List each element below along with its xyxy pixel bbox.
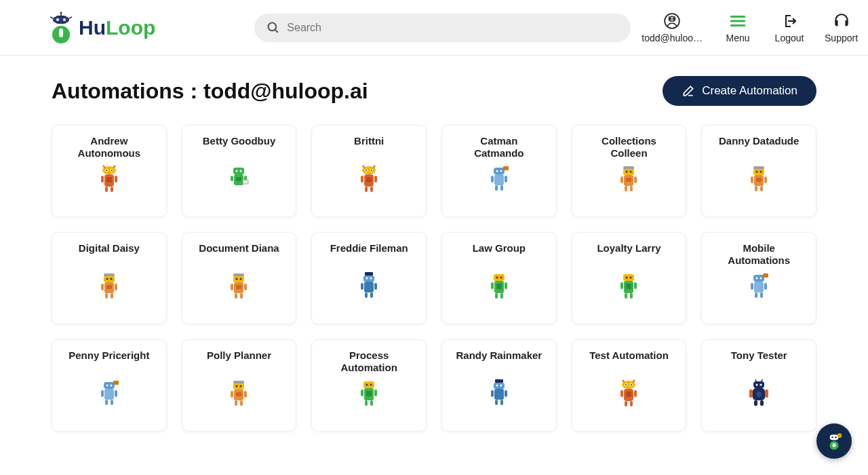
search-container	[254, 14, 631, 42]
user-menu[interactable]: todd@huloo…	[642, 12, 703, 43]
automation-card[interactable]: Collections Colleen	[572, 125, 687, 217]
automation-card[interactable]: Polly Planner	[182, 339, 297, 432]
svg-point-26	[838, 435, 839, 436]
automation-card-title: Document Diana	[199, 242, 279, 267]
robot-icon	[97, 272, 121, 301]
svg-point-11	[269, 22, 277, 31]
robot-icon	[357, 165, 381, 193]
automation-card[interactable]: Tony Tester	[701, 339, 816, 432]
robot-icon	[357, 379, 381, 408]
svg-line-9	[50, 17, 53, 18]
brand-text-loop: Loop	[106, 16, 155, 39]
app-header: HuLoop todd@huloo…	[0, 0, 868, 56]
logout-icon	[781, 13, 797, 29]
automation-card[interactable]: Betty Goodbuy	[182, 125, 297, 217]
automation-card-title: Randy Rainmaker	[456, 349, 542, 374]
brand-logo[interactable]: HuLoop	[47, 12, 155, 44]
svg-rect-21	[833, 443, 836, 447]
automation-card-title: Catman Catmando	[474, 135, 524, 159]
automation-card-title: Polly Planner	[207, 349, 271, 374]
automation-card[interactable]: Catman Catmando	[441, 125, 557, 217]
automation-card[interactable]: Loyalty Larry	[572, 232, 687, 324]
automation-card-title: Brittni	[354, 135, 384, 159]
search-box[interactable]	[254, 14, 631, 42]
automation-card-title: Danny Datadude	[719, 135, 799, 159]
automation-card-title: Loyalty Larry	[597, 242, 660, 267]
create-automation-label: Create Automation	[702, 84, 797, 98]
automation-grid: Andrew AutonomousBetty GoodbuyBrittniCat…	[52, 125, 816, 432]
automation-card-title: Process Automation	[341, 349, 397, 374]
automation-card-title: Test Automation	[589, 349, 669, 374]
robot-icon	[487, 272, 511, 301]
svg-point-8	[60, 12, 62, 14]
robot-icon	[616, 165, 641, 193]
svg-point-2	[59, 28, 63, 33]
support-label: Support	[825, 33, 858, 43]
automation-card[interactable]: Andrew Autonomous	[52, 125, 167, 217]
automation-card[interactable]: Process Automation	[311, 339, 427, 432]
page-header-row: Automations : todd@huloop.ai Create Auto…	[52, 76, 816, 106]
user-label: todd@huloo…	[642, 33, 703, 43]
automation-card-title: Digital Daisy	[79, 242, 140, 267]
robot-icon	[226, 379, 251, 408]
robot-icon	[747, 165, 771, 193]
automation-card[interactable]: Test Automation	[572, 339, 687, 432]
menu-label: Menu	[726, 33, 750, 43]
automation-card[interactable]: Document Diana	[182, 232, 297, 324]
edit-icon	[682, 84, 695, 98]
page-title: Automations : todd@huloop.ai	[52, 79, 368, 104]
search-icon	[267, 21, 280, 35]
support-button[interactable]: Support	[825, 12, 858, 43]
automation-card-title: Law Group	[473, 242, 526, 267]
automation-card[interactable]: Law Group	[441, 232, 557, 324]
headset-icon	[833, 12, 850, 30]
svg-rect-4	[53, 17, 69, 22]
create-automation-button[interactable]: Create Automation	[663, 76, 816, 106]
automation-card-title: Andrew Autonomous	[78, 135, 140, 159]
svg-line-10	[69, 17, 72, 18]
svg-point-28	[840, 435, 841, 436]
automation-card[interactable]: Randy Rainmaker	[441, 339, 557, 432]
brand-text-hu: Hu	[79, 16, 106, 39]
user-icon	[663, 12, 681, 30]
svg-point-24	[835, 436, 836, 438]
automation-card[interactable]: Danny Datadude	[701, 125, 816, 217]
page-body: Automations : todd@huloop.ai Create Auto…	[0, 56, 868, 445]
header-actions: todd@huloo… Menu Logout	[642, 12, 858, 43]
logout-button[interactable]: Logout	[773, 12, 806, 43]
robot-icon	[97, 165, 121, 193]
robot-icon	[487, 379, 511, 408]
automation-card[interactable]: Mobile Automations	[701, 232, 816, 324]
svg-line-12	[275, 29, 278, 32]
automation-card-title: Collections Colleen	[601, 135, 656, 159]
svg-point-23	[831, 436, 833, 438]
automation-card-title: Tony Tester	[731, 349, 787, 374]
search-input[interactable]	[287, 22, 618, 34]
automation-card[interactable]: Brittni	[311, 125, 427, 217]
automation-card[interactable]: Digital Daisy	[52, 232, 167, 324]
automation-card-title: Penny Priceright	[68, 349, 149, 374]
svg-rect-22	[830, 434, 839, 440]
automation-card[interactable]: Penny Priceright	[52, 339, 167, 432]
chat-fab[interactable]	[816, 423, 852, 459]
menu-button[interactable]: Menu	[722, 12, 754, 43]
robot-icon	[226, 165, 251, 193]
robot-icon	[226, 272, 251, 301]
automation-card[interactable]: Freddie Fileman	[311, 232, 427, 324]
chat-robot-icon	[823, 430, 845, 452]
automation-card-title: Freddie Fileman	[330, 242, 408, 267]
brand-icon	[47, 12, 75, 44]
robot-icon	[357, 272, 381, 301]
robot-icon	[616, 379, 641, 408]
brand-text: HuLoop	[79, 16, 155, 39]
svg-point-16	[673, 18, 674, 19]
svg-point-6	[63, 18, 66, 21]
automation-card-title: Betty Goodbuy	[203, 135, 276, 159]
svg-point-15	[670, 18, 671, 19]
automation-card-title: Mobile Automations	[728, 242, 790, 267]
robot-icon	[747, 272, 771, 301]
svg-point-5	[56, 18, 59, 21]
robot-icon	[487, 165, 511, 193]
svg-point-27	[839, 435, 840, 436]
hamburger-icon	[729, 14, 747, 28]
